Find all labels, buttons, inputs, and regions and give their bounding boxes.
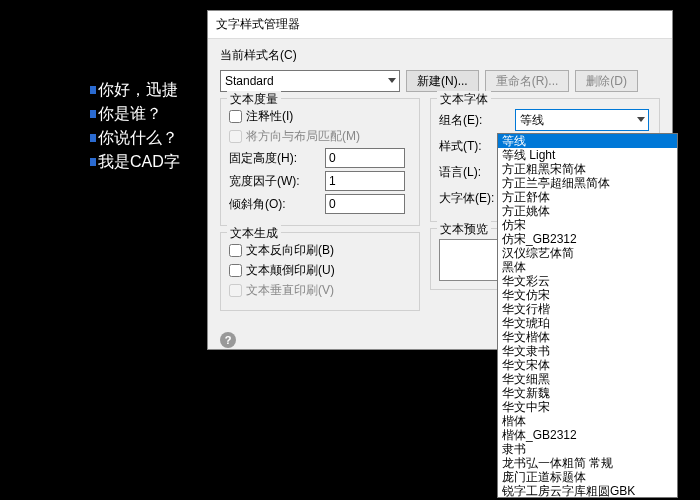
- font-option[interactable]: 方正姚体: [498, 204, 677, 218]
- font-option[interactable]: 方正兰亭超细黑简体: [498, 176, 677, 190]
- font-option[interactable]: 方正舒体: [498, 190, 677, 204]
- font-option[interactable]: 隶书: [498, 442, 677, 456]
- font-option[interactable]: 楷体: [498, 414, 677, 428]
- backwards-checkbox[interactable]: 文本反向印刷(B): [229, 242, 411, 259]
- font-option[interactable]: 华文琥珀: [498, 316, 677, 330]
- match-layout-checkbox: 将方向与布局匹配(M): [229, 128, 411, 145]
- vertical-checkbox: 文本垂直印刷(V): [229, 282, 411, 299]
- text-measure-group: 文本度量 注释性(I) 将方向与布局匹配(M) 固定高度(H): 宽度因: [220, 98, 420, 226]
- font-option[interactable]: 华文隶书: [498, 344, 677, 358]
- font-option[interactable]: 锐字工房云字库粗圆GBK: [498, 484, 677, 498]
- dialog-titlebar[interactable]: 文字样式管理器: [208, 11, 672, 39]
- font-option[interactable]: 华文楷体: [498, 330, 677, 344]
- height-input[interactable]: [325, 148, 405, 168]
- upside-checkbox[interactable]: 文本颠倒印刷(U): [229, 262, 411, 279]
- canvas-text: 你好，迅捷 你是谁？ 你说什么？ 我是CAD字: [98, 78, 180, 174]
- font-option[interactable]: 楷体_GB2312: [498, 428, 677, 442]
- width-input[interactable]: [325, 171, 405, 191]
- font-option[interactable]: 黑体: [498, 260, 677, 274]
- font-option[interactable]: 等线 Light: [498, 148, 677, 162]
- rename-button: 重命名(R)...: [485, 70, 570, 92]
- font-option[interactable]: 龙书弘一体粗简 常规: [498, 456, 677, 470]
- delete-button: 删除(D): [575, 70, 638, 92]
- font-option[interactable]: 华文新魏: [498, 386, 677, 400]
- font-option[interactable]: 等线: [498, 134, 677, 148]
- font-option[interactable]: 华文宋体: [498, 358, 677, 372]
- font-option[interactable]: 华文彩云: [498, 274, 677, 288]
- font-dropdown-list[interactable]: 等线等线 Light方正粗黑宋简体方正兰亭超细黑简体方正舒体方正姚体仿宋仿宋_G…: [497, 133, 678, 498]
- annotative-checkbox[interactable]: 注释性(I): [229, 108, 411, 125]
- oblique-input[interactable]: [325, 194, 405, 214]
- text-gen-group: 文本生成 文本反向印刷(B) 文本颠倒印刷(U) 文本垂直印刷(V): [220, 232, 420, 311]
- current-style-label: 当前样式名(C): [220, 47, 297, 64]
- help-icon[interactable]: ?: [220, 332, 236, 348]
- font-option[interactable]: 华文细黑: [498, 372, 677, 386]
- dialog-title: 文字样式管理器: [216, 16, 300, 33]
- current-style-select[interactable]: Standard: [220, 70, 400, 92]
- new-button[interactable]: 新建(N)...: [406, 70, 479, 92]
- font-option[interactable]: 方正粗黑宋简体: [498, 162, 677, 176]
- font-option[interactable]: 华文中宋: [498, 400, 677, 414]
- font-option[interactable]: 仿宋_GB2312: [498, 232, 677, 246]
- font-option[interactable]: 仿宋: [498, 218, 677, 232]
- font-family-select[interactable]: [515, 109, 649, 131]
- font-option[interactable]: 庞门正道标题体: [498, 470, 677, 484]
- font-option[interactable]: 华文行楷: [498, 302, 677, 316]
- font-option[interactable]: 华文仿宋: [498, 288, 677, 302]
- font-option[interactable]: 汉仪综艺体简: [498, 246, 677, 260]
